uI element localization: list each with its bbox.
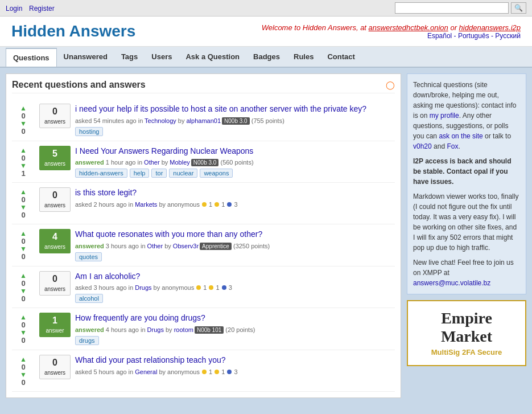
tag[interactable]: drugs [75,336,99,345]
question-title[interactable]: How frequently are you doing drugs? [75,313,205,322]
answers-section: 0answers [39,355,71,379]
lang-espanol[interactable]: Español [427,32,452,40]
category-link[interactable]: Markets [135,201,157,208]
category-link[interactable]: Drugs [135,284,151,291]
category-link[interactable]: Other [147,243,163,249]
tag[interactable]: weapons [200,169,233,178]
user-link[interactable]: Observ3r [173,243,199,249]
answer-count: 4 [43,232,67,242]
vote-count: 0 [21,112,25,120]
vote-up-button[interactable]: ▲ [20,105,27,112]
question-meta: asked 54 minutes ago in Technology by al… [75,117,395,124]
vote-down-count: 0 [21,294,25,303]
question-details: What quote resonates with you more than … [75,229,395,261]
nav-item-contact[interactable]: Contact [320,48,361,65]
vote-up-button[interactable]: ▲ [20,356,27,363]
v0h20-link[interactable]: v0h20 [413,142,432,150]
question-meta: asked 2 hours ago in Markets by anonymou… [75,201,395,208]
search-input[interactable] [395,2,509,14]
category-link[interactable]: Drugs [147,326,164,333]
answers-section: 0answers [39,271,71,296]
vote-up-button[interactable]: ▲ [20,272,27,279]
question-title[interactable]: I Need Your Answers Regarding Nuclear We… [75,146,253,155]
question-title[interactable]: What did your past relationship teach yo… [75,355,226,364]
vote-section: ▲ 0 ▼ 0 [12,187,35,219]
tag[interactable]: alcohol [75,294,103,303]
question-title[interactable]: is this store legit? [75,188,137,197]
answer-count-box: 4answers [39,229,71,253]
ask-on-site-link[interactable]: ask on the site [439,132,482,140]
nav-item-tags[interactable]: Tags [114,48,145,65]
question-title[interactable]: i need your help if its possible to host… [75,104,366,113]
user-badge: Apprentice [200,243,232,250]
answer-label: answer [46,327,64,334]
site-title: Hidden Answers [11,22,135,40]
user-badge: N00b 3.0 [191,159,219,166]
info-text-4: and [432,142,447,150]
vote-up-button[interactable]: ▲ [20,230,27,237]
vote-down-button[interactable]: ▼ [20,204,27,211]
tag[interactable]: tor [151,169,167,178]
register-link[interactable]: Register [29,5,55,13]
tag[interactable]: help [130,169,150,178]
vote-down-button[interactable]: ▼ [20,120,27,127]
question-item: ▲ 0 ▼ 0 0answersis this store legit?aske… [12,183,395,224]
fox-link[interactable]: Fox [447,142,458,150]
answer-label: answers [44,244,65,250]
category-link[interactable]: General [135,368,157,375]
xmpp-link[interactable]: answers@muc.volatile.bz [413,279,490,287]
vote-down-button[interactable]: ▼ [20,288,27,294]
vote-up-button[interactable]: ▲ [20,314,27,321]
tag[interactable]: nuclear [169,169,197,178]
user-link[interactable]: Mobley [170,159,189,166]
nav-item-users[interactable]: Users [145,48,179,65]
answer-count-box: 5answers [39,146,71,170]
vote-up-button[interactable]: ▲ [20,147,27,154]
user-link[interactable]: alphaman01 [187,117,221,124]
onion-link[interactable]: answerstedhctbek.onion [369,23,448,32]
category-link[interactable]: Technology [145,117,176,124]
question-title[interactable]: What quote resonates with you more than … [75,229,262,239]
vote-count: 0 [21,237,25,245]
question-item: ▲ 0 ▼ 0 0answersi need your help if its … [12,99,395,141]
vote-up-button[interactable]: ▲ [20,188,27,195]
question-item: ▲ 0 ▼ 0 0answersWhat did your past relat… [12,350,395,392]
tag[interactable]: quotes [75,252,102,261]
questions-list: ▲ 0 ▼ 0 0answersi need your help if its … [12,99,395,392]
tag[interactable]: hidden-answers [75,169,127,178]
i2p-link[interactable]: hiddenanswers.i2p [459,23,521,32]
nav-item-badges[interactable]: Badges [246,48,287,65]
nav-item-rules[interactable]: Rules [287,48,320,65]
vote-down-button[interactable]: ▼ [20,162,27,169]
login-link[interactable]: Login [6,5,22,13]
search-button[interactable]: 🔍 [511,2,526,14]
my-profile-link[interactable]: my profile [430,112,459,120]
dot-yellow [215,370,219,374]
tags-row: drugs [75,336,395,345]
topbar-right: 🔍 [395,2,526,14]
empire-market: Market [414,327,519,346]
rss-icon[interactable]: ◯ [386,80,395,89]
question-title[interactable]: Am I an alcoholic? [75,272,140,281]
vote-down-button[interactable]: ▼ [20,371,27,378]
answer-count-box: 0answers [39,104,71,128]
tags-row: hidden-answershelptornuclearweapons [75,169,395,178]
dot-blue [222,285,226,290]
category-link[interactable]: Other [144,159,160,166]
nav-item-ask-a-question[interactable]: Ask a Question [179,48,246,65]
empire-ad[interactable]: Empire Market MultiSig 2FA Secure [407,300,526,366]
vote-down-button[interactable]: ▼ [20,245,27,252]
nav-item-questions[interactable]: Questions [6,48,57,67]
lang-portugues[interactable]: Português [458,32,489,40]
user-link[interactable]: rootom [174,326,193,333]
answers-section: 0answers [39,104,71,128]
nav-item-unanswered[interactable]: Unanswered [57,48,114,65]
lang-russian[interactable]: Рycский [495,32,521,40]
vote-down-button[interactable]: ▼ [20,329,27,336]
answers-section: 5answers [39,146,71,170]
tag[interactable]: hosting [75,127,103,136]
vote-down-count: 0 [21,127,25,136]
tags-row: quotes [75,252,395,261]
answer-count-box: 0answers [39,187,71,212]
answer-count: 0 [43,106,67,117]
